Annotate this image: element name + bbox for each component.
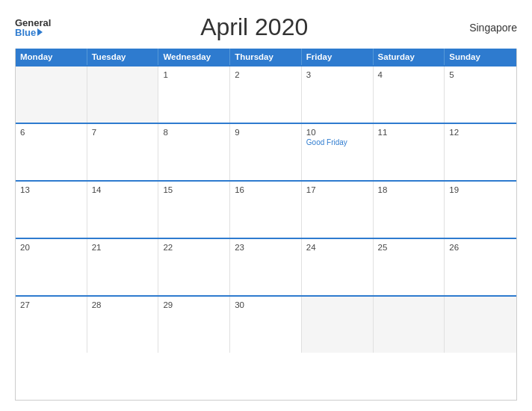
day-cell: 14 [87, 182, 159, 238]
day-number: 5 [449, 70, 512, 79]
day-header-tuesday: Tuesday [87, 49, 159, 65]
holiday-label: Good Friday [306, 138, 368, 146]
day-cell: 21 [87, 239, 159, 295]
day-cell: 26 [445, 239, 516, 295]
week-row-1: 12345 [16, 65, 516, 123]
day-cell: 19 [445, 182, 516, 238]
day-cell: 3 [302, 67, 374, 123]
day-cell [445, 297, 516, 353]
country-label: Singapore [457, 22, 517, 34]
day-cell [16, 67, 87, 123]
day-number: 26 [449, 243, 512, 252]
week-row-5: 27282930 [16, 295, 516, 353]
day-cell: 29 [158, 297, 230, 353]
week-row-2: 678910Good Friday1112 [16, 123, 516, 180]
day-cell: 28 [87, 297, 159, 353]
day-cell [374, 297, 445, 353]
day-number: 28 [92, 300, 154, 309]
day-number: 10 [306, 128, 368, 137]
day-number: 22 [163, 243, 225, 252]
day-cell: 22 [158, 239, 230, 295]
day-number: 7 [92, 128, 154, 137]
weeks-container: 12345678910Good Friday111213141516171819… [16, 65, 516, 353]
day-cell: 6 [16, 124, 87, 180]
day-number: 4 [378, 70, 440, 79]
day-number: 19 [449, 185, 512, 194]
calendar-grid: MondayTuesdayWednesdayThursdayFridaySatu… [15, 49, 517, 401]
day-cell: 15 [158, 182, 230, 238]
day-number: 20 [20, 243, 82, 252]
day-number: 6 [20, 128, 82, 137]
day-number: 2 [235, 70, 297, 79]
day-cell: 17 [302, 182, 374, 238]
day-number: 29 [163, 300, 225, 309]
logo-blue-text: Blue [15, 28, 51, 37]
logo-triangle-icon [37, 28, 43, 36]
day-cell: 11 [374, 124, 445, 180]
day-number: 24 [306, 243, 368, 252]
day-cell: 5 [445, 67, 516, 123]
day-number: 8 [163, 128, 225, 137]
day-cell [302, 297, 374, 353]
day-header-sunday: Sunday [445, 49, 516, 65]
week-row-3: 13141516171819 [16, 180, 516, 238]
day-number: 9 [235, 128, 297, 137]
day-number: 13 [20, 185, 82, 194]
day-number: 25 [378, 243, 440, 252]
day-number: 17 [306, 185, 368, 194]
day-header-friday: Friday [302, 49, 374, 65]
day-number: 16 [235, 185, 297, 194]
day-cell: 2 [230, 67, 302, 123]
logo: General Blue [15, 18, 51, 37]
day-cell: 9 [230, 124, 302, 180]
day-number: 21 [92, 243, 154, 252]
day-header-thursday: Thursday [230, 49, 302, 65]
logo-general-text: General [15, 18, 51, 28]
month-title: April 2020 [51, 13, 457, 41]
day-cell: 23 [230, 239, 302, 295]
day-number: 18 [378, 185, 440, 194]
week-row-4: 20212223242526 [16, 238, 516, 295]
day-cell: 18 [374, 182, 445, 238]
day-cell: 25 [374, 239, 445, 295]
header: General Blue April 2020 Singapore [15, 13, 517, 41]
day-cell [87, 67, 159, 123]
day-number: 15 [163, 185, 225, 194]
day-number: 23 [235, 243, 297, 252]
day-number: 14 [92, 185, 154, 194]
day-cell: 10Good Friday [302, 124, 374, 180]
day-cell: 1 [158, 67, 230, 123]
day-number: 3 [306, 70, 368, 79]
day-header-monday: Monday [16, 49, 87, 65]
day-number: 30 [235, 300, 297, 309]
day-cell: 8 [158, 124, 230, 180]
day-cell: 20 [16, 239, 87, 295]
day-headers-row: MondayTuesdayWednesdayThursdayFridaySatu… [16, 49, 516, 65]
day-cell: 13 [16, 182, 87, 238]
calendar-page: General Blue April 2020 Singapore Monday… [0, 0, 532, 411]
day-cell: 30 [230, 297, 302, 353]
day-cell: 27 [16, 297, 87, 353]
day-cell: 12 [445, 124, 516, 180]
day-number: 12 [449, 128, 512, 137]
day-cell: 24 [302, 239, 374, 295]
day-cell: 4 [374, 67, 445, 123]
day-cell: 16 [230, 182, 302, 238]
day-header-wednesday: Wednesday [158, 49, 230, 65]
day-header-saturday: Saturday [374, 49, 445, 65]
day-number: 11 [378, 128, 440, 137]
day-cell: 7 [87, 124, 159, 180]
day-number: 27 [20, 300, 82, 309]
day-number: 1 [163, 70, 225, 79]
